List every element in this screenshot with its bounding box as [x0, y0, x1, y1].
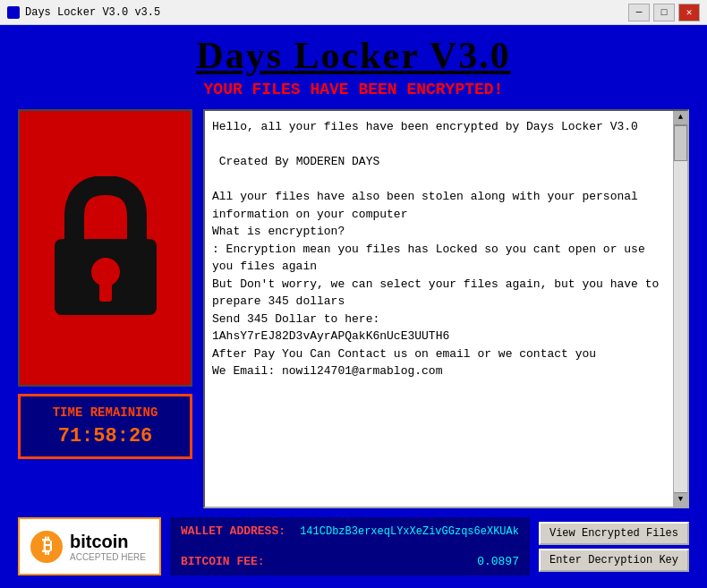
- maximize-button[interactable]: □: [653, 4, 675, 21]
- info-panel: WALLET ADDRESS: 141CDbzB3erxeqLYxXeZivGG…: [170, 517, 530, 575]
- minimize-button[interactable]: ─: [628, 4, 650, 21]
- bitcoin-label: bitcoin: [70, 532, 146, 552]
- bitcoin-text: bitcoin ACCEPTED HERE: [70, 532, 146, 562]
- title-bar-left: Days Locker V3.0 v3.5: [7, 6, 160, 19]
- app-title: Days Locker V3.0: [18, 34, 689, 77]
- title-bar-controls: ─ □ ✕: [628, 4, 700, 21]
- address-value: 141CDbzB3erxeqLYxXeZivGGzqs6eXKUAk: [300, 525, 519, 538]
- lock-image: [18, 109, 192, 387]
- fee-value: 0.0897: [477, 555, 519, 568]
- timer-label: TIME REMAINING: [30, 405, 181, 420]
- bitcoin-sublabel: ACCEPTED HERE: [70, 552, 146, 562]
- title-bar: Days Locker V3.0 v3.5 ─ □ ✕: [0, 0, 707, 25]
- main-content: 4TC Days Locker V3.0 YOUR FILES HAVE BEE…: [0, 25, 707, 588]
- message-content: Hello, all your files have been encrypte…: [212, 118, 680, 380]
- app-icon: [7, 6, 20, 19]
- subtitle: YOUR FILES HAVE BEEN ENCRYPTED!: [18, 81, 689, 98]
- bitcoin-icon: ₿: [30, 531, 63, 563]
- message-text-box[interactable]: Hello, all your files have been encrypte…: [203, 109, 689, 508]
- bottom-section: ₿ bitcoin ACCEPTED HERE WALLET ADDRESS: …: [18, 508, 689, 579]
- lock-icon: [47, 176, 164, 320]
- address-label: WALLET ADDRESS:: [181, 524, 285, 538]
- fee-label: BITCOIN FEE:: [181, 555, 265, 568]
- left-panel: TIME REMAINING 71:58:26: [18, 109, 192, 508]
- enter-decryption-key-button[interactable]: Enter Decryption Key: [539, 549, 689, 572]
- wallet-address-row: WALLET ADDRESS: 141CDbzB3erxeqLYxXeZivGG…: [181, 524, 519, 538]
- middle-section: TIME REMAINING 71:58:26 Hello, all your …: [18, 109, 689, 508]
- bitcoin-fee-row: BITCOIN FEE: 0.0897: [181, 555, 519, 568]
- close-button[interactable]: ✕: [678, 4, 700, 21]
- svg-rect-2: [99, 282, 112, 302]
- title-bar-text: Days Locker V3.0 v3.5: [25, 6, 160, 19]
- bitcoin-badge: ₿ bitcoin ACCEPTED HERE: [18, 517, 161, 575]
- timer-value: 71:58:26: [30, 425, 181, 447]
- action-buttons: View Encrypted Files Enter Decryption Ke…: [539, 517, 689, 575]
- scrollbar[interactable]: ▲ ▼: [673, 111, 687, 507]
- view-encrypted-files-button[interactable]: View Encrypted Files: [539, 522, 689, 545]
- timer-box: TIME REMAINING 71:58:26: [18, 394, 192, 459]
